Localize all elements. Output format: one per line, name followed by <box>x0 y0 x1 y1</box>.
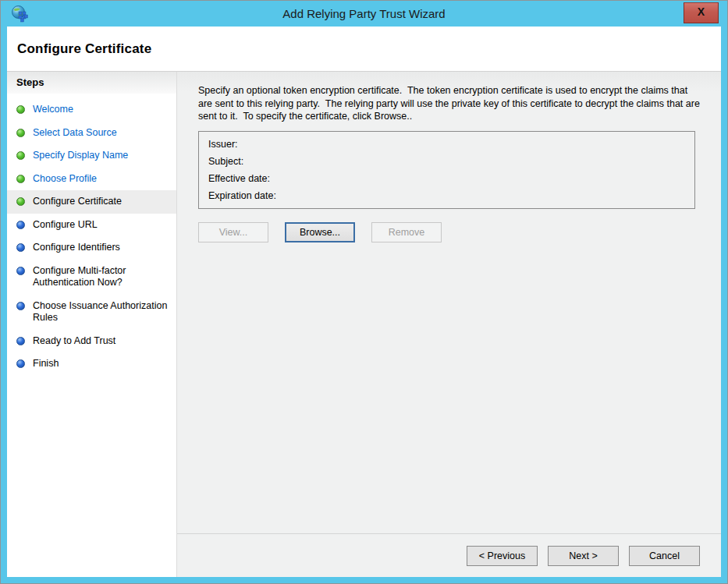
view-button: View... <box>198 222 268 242</box>
steps-title: Steps <box>7 72 176 94</box>
browse-button[interactable]: Browse... <box>285 222 355 242</box>
cert-field-expiration-date: Expiration date: <box>208 190 685 201</box>
cert-field-label: Effective date: <box>208 173 270 184</box>
wizard-body: Configure Certificate Steps WelcomeSelec… <box>7 27 721 577</box>
step-label: Finish <box>33 358 59 369</box>
green-bullet-icon <box>16 151 25 160</box>
cert-field-effective-date: Effective date: <box>208 173 685 184</box>
steps-panel: Steps WelcomeSelect Data SourceSpecify D… <box>7 72 177 577</box>
sidebar-item-welcome[interactable]: Welcome <box>7 98 176 122</box>
step-label: Configure Multi-factor Authentication No… <box>33 265 126 288</box>
sidebar-item-ready-to-add-trust: Ready to Add Trust <box>7 330 176 353</box>
cert-field-label: Subject: <box>208 156 243 167</box>
adfs-icon <box>11 5 30 23</box>
step-label: Configure Certificate <box>33 196 122 207</box>
description-text: Specify an optional token encryption cer… <box>198 84 701 123</box>
sidebar-item-choose-profile[interactable]: Choose Profile <box>7 168 176 191</box>
sidebar-item-configure-certificate: Configure Certificate <box>7 190 176 214</box>
cert-field-issuer: Issuer: <box>208 139 685 150</box>
steps-list: WelcomeSelect Data SourceSpecify Display… <box>7 94 176 376</box>
blue-bullet-icon <box>16 221 25 229</box>
step-label: Configure Identifiers <box>33 242 120 253</box>
green-bullet-icon <box>16 197 25 206</box>
cancel-button[interactable]: Cancel <box>629 546 700 566</box>
step-label: Configure URL <box>33 219 98 230</box>
sidebar-item-configure-identifiers: Configure Identifiers <box>7 236 176 260</box>
sidebar-item-specify-display-name[interactable]: Specify Display Name <box>7 144 176 168</box>
close-button[interactable]: X <box>684 2 719 23</box>
page-header: Configure Certificate <box>7 27 721 72</box>
blue-bullet-icon <box>16 267 25 275</box>
green-bullet-icon <box>16 105 25 114</box>
cert-field-label: Expiration date: <box>208 190 276 201</box>
green-bullet-icon <box>16 175 25 183</box>
step-label: Specify Display Name <box>33 150 128 161</box>
certificate-actions: View...Browse...Remove <box>198 222 701 242</box>
blue-bullet-icon <box>16 337 25 345</box>
sidebar-item-configure-multi-factor-authentication-now: Configure Multi-factor Authentication No… <box>7 260 176 295</box>
sidebar-item-choose-issuance-authorization-rules: Choose Issuance Authorization Rules <box>7 295 176 330</box>
footer: < PreviousNext >Cancel <box>177 533 721 577</box>
titlebar: Add Relying Party Trust Wizard X <box>1 1 727 27</box>
next-button[interactable]: Next > <box>548 546 619 566</box>
step-label: Ready to Add Trust <box>33 335 115 346</box>
step-label: Choose Profile <box>33 173 97 184</box>
wizard-window: Add Relying Party Trust Wizard X Configu… <box>0 0 728 584</box>
blue-bullet-icon <box>16 302 25 310</box>
green-bullet-icon <box>16 129 25 137</box>
page-title: Configure Certificate <box>17 41 151 57</box>
sidebar-item-select-data-source[interactable]: Select Data Source <box>7 122 176 145</box>
sidebar-item-finish: Finish <box>7 352 176 376</box>
certificate-box: Issuer:Subject:Effective date:Expiration… <box>198 131 695 209</box>
blue-bullet-icon <box>16 243 25 252</box>
step-label: Choose Issuance Authorization Rules <box>33 300 167 324</box>
cert-field-label: Issuer: <box>208 139 238 150</box>
content-panel: Specify an optional token encryption cer… <box>177 72 721 577</box>
sidebar-item-configure-url: Configure URL <box>7 214 176 237</box>
cert-field-subject: Subject: <box>208 156 685 167</box>
previous-button[interactable]: < Previous <box>467 546 538 566</box>
step-label: Welcome <box>33 104 73 115</box>
blue-bullet-icon <box>16 359 25 368</box>
step-label: Select Data Source <box>33 127 117 138</box>
remove-button: Remove <box>371 222 442 242</box>
window-title: Add Relying Party Trust Wizard <box>282 7 445 20</box>
